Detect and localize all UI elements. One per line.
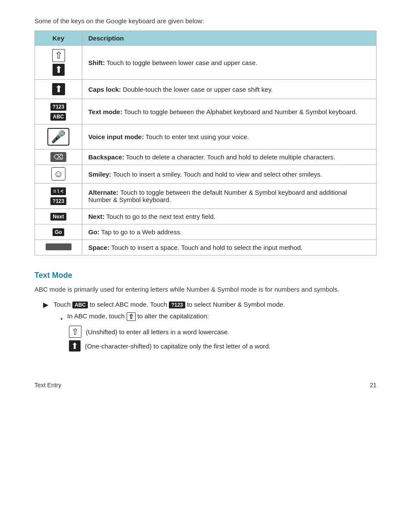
table-header-key: Key (35, 31, 82, 46)
table-row: ⬆ Caps lock: Double-touch the lower case… (35, 80, 377, 99)
backspace-icon: ⌫ (50, 152, 66, 162)
textmode-key-icon: ?123 ABC (50, 103, 66, 121)
alternate-key-icon: = \ < ?123 (50, 187, 66, 205)
abc-badge: ABC (72, 302, 88, 308)
sub-bullet-1: ▪ In ABC mode, touch ⇧ to alter the capi… (60, 312, 377, 322)
bullet1-text: Touch ABC to select ABC mode. Touch ?123… (53, 301, 285, 308)
unshift-icon: ⇧ (69, 326, 81, 338)
intro-text: Some of the keys on the Google keyboard … (34, 17, 377, 25)
table-row: Space: Touch to insert a space. Touch an… (35, 240, 377, 255)
textmode-desc: Text mode: Touch to toggle between the A… (82, 99, 377, 124)
go-key-icon: Go (53, 228, 64, 236)
oneshift-label: (One-character-shifted) to capitalize on… (85, 342, 271, 350)
num-badge: ?123 (169, 302, 185, 308)
table-row: 🎤 Voice input mode: Touch to enter text … (35, 124, 377, 149)
table-row: ☺ Smiley: Touch to insert a smiley. Touc… (35, 165, 377, 184)
keyboard-table: Key Description ⇧ ⬆ Shift: Touch to togg… (34, 31, 377, 255)
footer-left: Text Entry (34, 382, 61, 389)
capslock-desc: Caps lock: Double-touch the lower case o… (82, 80, 377, 99)
table-row: = \ < ?123 Alternate: Touch to toggle be… (35, 184, 377, 209)
table-row: Go Go: Tap to go to a Web address. (35, 224, 377, 240)
alternate-desc: Alternate: Touch to toggle between the d… (82, 184, 377, 209)
unshift-block: ⇧ (Unshifted) to enter all letters in a … (69, 326, 377, 338)
space-key-icon (46, 243, 72, 250)
next-key-icon: Next (50, 213, 66, 221)
next-desc: Next: Touch to go to the next text entry… (82, 209, 377, 224)
voice-desc: Voice input mode: Touch to enter text us… (82, 124, 377, 149)
footer-page: 21 (370, 382, 377, 389)
space-desc: Space: Touch to insert a space. Touch an… (82, 240, 377, 255)
square-bullet-icon: ▪ (60, 315, 64, 322)
sub-bullet-text: In ABC mode, touch ⇧ to alter the capita… (67, 312, 209, 321)
text-mode-title: Text Mode (34, 271, 377, 280)
mic-icon: 🎤 (47, 128, 69, 146)
bullet-arrow-1: ▶ Touch ABC to select ABC mode. Touch ?1… (43, 301, 377, 309)
shift-key-icon: ⇧ ⬆ (52, 49, 65, 76)
arrow-icon: ▶ (43, 301, 50, 309)
backspace-desc: Backspace: Touch to delete a character. … (82, 149, 377, 165)
table-row: ⌫ Backspace: Touch to delete a character… (35, 149, 377, 165)
oneshift-icon: ⬆ (69, 340, 81, 352)
table-header-desc: Description (82, 31, 377, 46)
table-row: Next Next: Touch to go to the next text … (35, 209, 377, 224)
table-row: ?123 ABC Text mode: Touch to toggle betw… (35, 99, 377, 124)
text-mode-section: Text Mode ABC mode is primarily used for… (34, 271, 377, 352)
unshift-label: (Unshifted) to enter all letters in a wo… (86, 328, 229, 336)
smiley-icon: ☺ (51, 167, 65, 180)
go-desc: Go: Tap to go to a Web address. (82, 224, 377, 240)
smiley-desc: Smiley: Touch to insert a smiley. Touch … (82, 165, 377, 184)
footer: Text Entry 21 (34, 377, 377, 389)
oneshift-block: ⬆ (One-character-shifted) to capitalize … (69, 340, 377, 352)
shift-small-icon: ⇧ (127, 312, 136, 321)
text-mode-body: ABC mode is primarily used for entering … (34, 284, 377, 295)
table-row: ⇧ ⬆ Shift: Touch to toggle between lower… (35, 46, 377, 80)
shift-desc: Shift: Touch to toggle between lower cas… (82, 46, 377, 80)
